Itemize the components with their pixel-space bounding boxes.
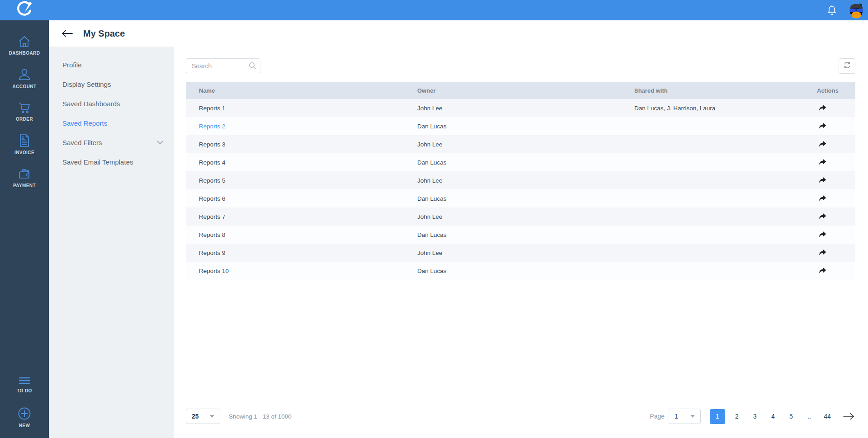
back-arrow-icon[interactable] — [61, 29, 73, 38]
caret-down-icon — [690, 415, 695, 418]
pagination: Page 1 1 2 3 4 5 — [650, 409, 855, 424]
share-action-icon[interactable] — [817, 103, 828, 113]
report-name[interactable]: Reports 6 — [186, 195, 417, 202]
toolbar — [186, 58, 855, 75]
share-action-icon[interactable] — [817, 193, 828, 204]
page-size-select[interactable]: 25 — [186, 409, 220, 424]
sidebar-label: ORDER — [16, 117, 33, 122]
share-action-icon[interactable] — [817, 247, 828, 258]
share-action-icon[interactable] — [817, 121, 828, 132]
row-actions — [811, 193, 855, 204]
report-owner: Dan Lucas — [417, 159, 634, 166]
sidebar-item-todo[interactable]: TO DO — [0, 367, 49, 400]
refresh-button[interactable] — [839, 58, 855, 74]
report-name[interactable]: Reports 2 — [186, 123, 417, 130]
refresh-icon — [843, 61, 852, 71]
sidebar-label: ACCOUNT — [13, 84, 37, 89]
page-button[interactable]: 4 — [764, 409, 782, 424]
page-button[interactable]: 2 — [728, 409, 746, 424]
table-row: Reports 10 Dan Lucas — [186, 262, 855, 280]
row-actions — [811, 139, 855, 150]
share-action-icon[interactable] — [817, 157, 828, 168]
share-action-icon[interactable] — [817, 265, 828, 276]
share-action-icon[interactable] — [817, 229, 828, 240]
sidebar-label: TO DO — [17, 388, 32, 393]
report-owner: John Lee — [417, 250, 634, 256]
report-name[interactable]: Reports 1 — [186, 105, 417, 112]
menu-item-label: Saved Dashboards — [62, 100, 120, 108]
row-actions — [811, 157, 855, 168]
menu-item-label: Saved Email Templates — [62, 158, 133, 166]
table-row: Reports 4 Dan Lucas — [186, 153, 855, 171]
logo-icon — [15, 0, 34, 21]
home-icon — [17, 35, 32, 48]
sidebar-item-invoice[interactable]: $ INVOICE — [0, 127, 49, 160]
penguin-avatar-icon — [848, 2, 864, 19]
report-name[interactable]: Reports 7 — [186, 213, 417, 220]
report-name[interactable]: Reports 10 — [186, 268, 417, 274]
report-owner: John Lee — [417, 213, 634, 220]
row-actions — [811, 121, 855, 132]
report-name[interactable]: Reports 5 — [186, 177, 417, 184]
table-row: Reports 5 John Lee — [186, 171, 855, 189]
report-owner: Dan Lucas — [417, 231, 634, 238]
menu-item-profile[interactable]: Profile — [49, 55, 174, 75]
share-action-icon[interactable] — [817, 211, 828, 222]
notification-bell-icon[interactable] — [826, 4, 838, 17]
table-row: Reports 7 John Lee — [186, 207, 855, 226]
menu-item-saved-email-templates[interactable]: Saved Email Templates — [49, 152, 174, 172]
menu-item-saved-dashboards[interactable]: Saved Dashboards — [49, 94, 174, 113]
caret-down-icon — [210, 415, 214, 418]
search-box — [186, 58, 260, 73]
row-actions — [811, 103, 855, 113]
report-owner: John Lee — [417, 177, 634, 184]
sidebar-label: DASHBOARD — [9, 51, 40, 56]
menu-item-saved-filters[interactable]: Saved Filters — [49, 133, 174, 152]
sidebar-item-order[interactable]: ORDER — [0, 94, 49, 127]
report-owner: Dan Lucas — [417, 195, 634, 202]
svg-text:$: $ — [22, 135, 24, 139]
report-name[interactable]: Reports 4 — [186, 159, 417, 166]
menu-item-saved-reports[interactable]: Saved Reports — [49, 113, 174, 133]
sidebar-label: PAYMENT — [13, 183, 36, 188]
report-owner: John Lee — [417, 141, 634, 148]
page-number-select[interactable]: 1 — [669, 409, 701, 424]
top-bar — [0, 0, 868, 20]
footer-left: 25 Showing 1 - 13 of 1000 — [186, 409, 292, 424]
wallet-icon — [17, 166, 32, 181]
report-owner: John Lee — [417, 105, 634, 112]
share-action-icon[interactable] — [817, 139, 828, 150]
search-input[interactable] — [186, 58, 260, 73]
sidebar-item-payment[interactable]: PAYMENT — [0, 160, 49, 193]
table-row: Reports 3 John Lee — [186, 135, 855, 153]
page-button[interactable]: 44 — [818, 409, 836, 424]
col-header-actions: Actions — [811, 87, 855, 94]
row-actions — [811, 247, 855, 258]
table-row: Reports 1 John Lee Dan Lucas, J. Harriso… — [186, 99, 855, 117]
sidebar-label: NEW — [19, 423, 30, 428]
report-name[interactable]: Reports 9 — [186, 250, 417, 256]
page-button[interactable]: 3 — [746, 409, 764, 424]
page-title: My Space — [83, 28, 125, 39]
sidebar-item-account[interactable]: ACCOUNT — [0, 61, 49, 94]
report-name[interactable]: Reports 8 — [186, 231, 417, 238]
sidebar-item-dashboard[interactable]: DASHBOARD — [0, 28, 49, 61]
next-page-arrow-icon[interactable] — [842, 410, 855, 423]
page-button[interactable]: 1 — [710, 409, 725, 424]
menu-item-label: Display Settings — [62, 80, 111, 88]
brand-logo[interactable] — [0, 0, 49, 20]
page-button[interactable]: .. — [800, 409, 818, 424]
share-action-icon[interactable] — [817, 175, 828, 186]
settings-menu: Profile Display Settings Saved Dashboard… — [49, 47, 174, 438]
page-button[interactable]: 5 — [782, 409, 800, 424]
report-shared-with: Dan Lucas, J. Harrison, Laura — [634, 105, 811, 112]
menu-item-display-settings[interactable]: Display Settings — [49, 75, 174, 94]
topbar-right-group — [826, 0, 864, 20]
report-name[interactable]: Reports 3 — [186, 141, 417, 148]
sidebar-item-new[interactable]: NEW — [0, 400, 49, 433]
user-avatar[interactable] — [848, 2, 864, 19]
report-owner: Dan Lucas — [417, 268, 634, 274]
table-row: Reports 6 Dan Lucas — [186, 189, 855, 207]
main-content: Name Owner Shared with Actions Reports 1… — [174, 47, 868, 438]
row-actions — [811, 175, 855, 186]
